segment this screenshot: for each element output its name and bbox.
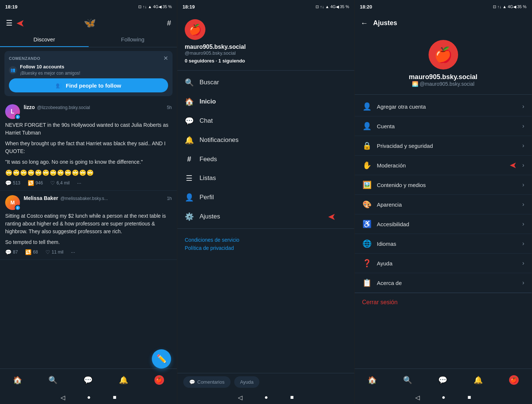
- nav-profile-3[interactable]: 🍎: [509, 375, 519, 385]
- reply-action-lizzo[interactable]: 💬 513: [5, 180, 20, 186]
- menu-item-ajustes[interactable]: ⚙️ Ajustes ➤: [177, 207, 354, 226]
- settings-title: Ajustes: [373, 19, 397, 27]
- retweet-action-lizzo[interactable]: 🔁 946: [28, 180, 43, 186]
- author-lizzo: lizzo: [24, 104, 35, 110]
- comentarios-icon: 💬: [189, 379, 195, 385]
- android-home-3[interactable]: ●: [442, 394, 446, 401]
- settings-item-left-add: 👤 Agregar otra cuenta: [362, 102, 426, 111]
- nav-search[interactable]: 🔍: [48, 376, 58, 384]
- gs-close-button[interactable]: ✕: [163, 55, 168, 62]
- menu-footer: Condiciones de servicio Política de priv…: [177, 231, 354, 259]
- post-meta-lizzo: lizzo @lizzobeeating.bsky.social 5h: [24, 104, 172, 110]
- settings-label-contenido: Contenido y medios: [377, 182, 426, 188]
- status-time-1: 18:19: [5, 4, 17, 10]
- menu-item-listas[interactable]: ☰ Listas: [177, 169, 354, 188]
- privacy-link[interactable]: Política de privacidad: [185, 245, 347, 251]
- lists-icon: ☰: [185, 174, 194, 183]
- android-home[interactable]: ●: [87, 394, 91, 401]
- nav-chat-3[interactable]: 💬: [438, 376, 447, 384]
- terms-link[interactable]: Condiciones de servicio: [185, 237, 347, 243]
- settings-item-accesibilidad[interactable]: ♿ Accesibilidad ›: [355, 214, 532, 234]
- android-back-2[interactable]: ◁: [238, 394, 242, 401]
- settings-avatar[interactable]: 🍎: [429, 40, 458, 69]
- nav-search-3[interactable]: 🔍: [403, 376, 412, 384]
- tab-discover[interactable]: Discover: [0, 33, 89, 47]
- nav-home[interactable]: 🏠: [13, 376, 22, 384]
- retweet-action-melissa[interactable]: 🔁 68: [25, 249, 38, 255]
- settings-item-aparencia[interactable]: 🎨 Aparencia ›: [355, 195, 532, 214]
- sign-out-button[interactable]: Cerrar sesión: [355, 293, 532, 312]
- like-action-melissa[interactable]: ♡ 11 mil: [45, 249, 64, 255]
- arrow-contenido: ›: [522, 181, 524, 188]
- post-text-melissa-2: So tempted to tell them.: [5, 238, 172, 246]
- author-line-lizzo: lizzo @lizzobeeating.bsky.social 5h: [24, 104, 172, 110]
- menu-divider-2: [177, 228, 354, 229]
- settings-item-contenido[interactable]: 🖼️ Contenido y medios ›: [355, 175, 532, 195]
- avatar-lizzo[interactable]: L +: [5, 104, 20, 119]
- arrow-acerca: ›: [522, 279, 524, 286]
- menu-item-inicio[interactable]: 🏠 Inicio: [177, 92, 354, 111]
- red-arrow-3: ➤: [509, 160, 517, 170]
- profile-icon: 👤: [185, 193, 194, 202]
- more-icon-m: ···: [71, 249, 75, 255]
- more-action-melissa[interactable]: ···: [71, 249, 75, 255]
- menu-profile-avatar[interactable]: 🍎: [185, 19, 205, 40]
- reply-action-melissa[interactable]: 💬 87: [5, 249, 18, 255]
- settings-item-left-mod: ✋ Moderación: [362, 161, 406, 170]
- menu-item-notificaciones[interactable]: 🔔 Notificaciones: [177, 130, 354, 150]
- menu-item-perfil[interactable]: 👤 Perfil: [177, 188, 354, 207]
- find-people-button[interactable]: 👥 Find people to follow: [9, 78, 168, 92]
- gs-header: COMENZANDO ✕: [9, 55, 168, 62]
- android-recent-3[interactable]: ■: [468, 394, 471, 401]
- menu-button[interactable]: ☰: [6, 18, 13, 27]
- comentarios-button[interactable]: 💬 Comentarios: [183, 376, 231, 388]
- menu-item-chat[interactable]: 💬 Chat: [177, 111, 354, 130]
- search-icon: 🔍: [185, 78, 194, 87]
- status-bar-1: 18:19 ⊡ ↑↓ ▲ 4G◀ 35 %: [0, 0, 177, 13]
- ayuda-label: Ayuda: [240, 379, 254, 385]
- retweet-icon: 🔁: [28, 180, 34, 186]
- settings-item-idiomas[interactable]: 🌐 Idiomas ›: [355, 234, 532, 254]
- settings-item-cuenta[interactable]: 👤 Cuenta ›: [355, 116, 532, 136]
- settings-item-acerca[interactable]: 📋 Acerca de ›: [355, 273, 532, 293]
- tab-following[interactable]: Following: [89, 33, 177, 47]
- ayuda-button[interactable]: Ayuda: [234, 376, 260, 388]
- status-bar-2: 18:19 ⊡ ↑↓ ▲ 4G◀ 35 %: [177, 0, 354, 13]
- more-action-lizzo[interactable]: ···: [77, 180, 81, 186]
- post-emojis-lizzo: 🙄🙄🙄🙄🙄🙄🙄🙄🙄🙄🙄🙄: [5, 169, 172, 177]
- compose-fab[interactable]: ✏️: [152, 349, 171, 369]
- nav-chat[interactable]: 💬: [83, 376, 93, 384]
- avatar-melissa[interactable]: M +: [5, 195, 20, 210]
- settings-item-moderacion[interactable]: ✋ Moderación › ➤: [355, 156, 532, 175]
- back-button[interactable]: ←: [361, 19, 368, 27]
- like-action-lizzo[interactable]: ♡ 6,4 mil: [50, 180, 69, 186]
- panel-feed: 18:19 ⊡ ↑↓ ▲ 4G◀ 35 % ☰ ➤ 🦋 # Discover F…: [0, 0, 177, 404]
- menu-item-feeds[interactable]: # Feeds: [177, 150, 354, 169]
- reply-count-lizzo: 513: [13, 180, 20, 186]
- time-lizzo: 5h: [167, 105, 172, 110]
- settings-icon: ⚙️: [185, 212, 194, 221]
- android-back-3[interactable]: ◁: [415, 394, 420, 401]
- android-back[interactable]: ◁: [61, 394, 65, 401]
- post-header-lizzo: L + lizzo @lizzobeeating.bsky.social 5h: [5, 104, 172, 119]
- bottom-nav-1: 🏠 🔍 💬 🔔 🍎: [0, 369, 177, 391]
- android-recent[interactable]: ■: [113, 394, 117, 401]
- android-nav-1: ◁ ● ■: [0, 391, 177, 404]
- menu-item-buscar[interactable]: 🔍 Buscar: [177, 73, 354, 92]
- hashtag-button[interactable]: #: [167, 19, 171, 27]
- settings-item-ayuda[interactable]: ❓ Ayuda ›: [355, 254, 532, 273]
- android-home-2[interactable]: ●: [265, 394, 268, 401]
- menu-divider-1: [177, 70, 354, 71]
- android-nav-3: ◁ ● ■: [355, 391, 532, 404]
- nav-notifications-3[interactable]: 🔔: [474, 376, 483, 384]
- settings-item-privacidad[interactable]: 🔒 Privacidad y seguridad ›: [355, 136, 532, 156]
- settings-item-add-account[interactable]: 👤 Agregar otra cuenta ›: [355, 97, 532, 116]
- android-recent-2[interactable]: ■: [290, 394, 294, 401]
- nav-home-3[interactable]: 🏠: [368, 376, 377, 384]
- nav-notifications[interactable]: 🔔: [119, 376, 128, 384]
- reply-icon: 💬: [5, 180, 11, 186]
- settings-item-left-acerca: 📋 Acerca de: [362, 278, 402, 287]
- menu-label-listas: Listas: [200, 174, 216, 182]
- nav-profile-avatar[interactable]: 🍎: [154, 375, 164, 385]
- notifications-icon: 🔔: [185, 136, 194, 145]
